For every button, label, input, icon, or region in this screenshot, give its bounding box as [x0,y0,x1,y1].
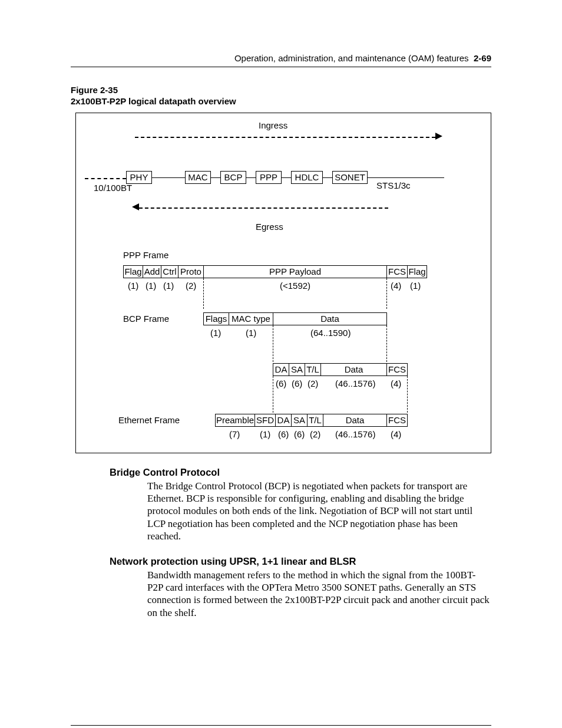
ppp-size-6: (1) [410,281,421,292]
bcp-size-1: (1) [246,328,256,339]
ppp-cell-ctrl: Ctrl [161,265,178,278]
eth-size-6: (4) [391,429,401,440]
heading-network-protection: Network protection using UPSR, 1+1 linea… [110,555,491,568]
mac-cell-sa: SA [289,363,305,376]
figure-diagram: Ingress 10/100BT PHY MAC BCP PPP HDLC SO… [75,113,491,453]
eth-size-4: (2) [310,429,320,440]
mac-cell-tl: T/L [305,363,321,376]
ppp-cell-flag2: Flag [407,265,427,278]
eth-size-1: (1) [260,429,270,440]
chapter-title: Operation, administration, and maintenan… [234,53,469,63]
mac-cell-da: DA [273,363,289,376]
eth-cell-preamble: Preamble [215,414,255,427]
connector [152,177,185,178]
bcp-cell-flags: Flags [203,312,229,325]
ppp-size-4: (<1592) [280,281,310,292]
ingress-arrow-icon [435,133,442,140]
ppp-size-0: (1) [128,281,138,292]
paragraph-network-protection: Bandwidth management refers to the metho… [147,569,491,619]
connector [246,177,256,178]
mac-size-0: (6) [276,378,286,390]
page-number: 2-69 [474,53,491,63]
node-hdlc: HDLC [291,171,323,184]
node-bcp: BCP [220,171,246,184]
node-ppp: PPP [256,171,282,184]
header-rule [71,67,491,67]
guide [386,325,387,362]
ingress-line [135,137,435,138]
eth-cell-tl: T/L [307,414,323,427]
eth-cell-sfd: SFD [254,414,276,427]
eth-size-2: (6) [278,429,289,440]
left-stub-line [85,178,126,179]
ingress-label: Ingress [259,120,287,131]
ppp-cell-flag1: Flag [123,265,143,278]
eth-size-5: (46..1576) [335,429,375,440]
eth-cell-da: DA [275,414,292,427]
ppp-cell-fcs: FCS [386,265,408,278]
eth-cell-fcs: FCS [386,414,408,427]
ppp-cell-proto: Proto [178,265,204,278]
eth-cell-sa: SA [291,414,308,427]
guide [273,376,273,413]
node-phy: PHY [126,171,152,184]
heading-bcp: Bridge Control Protocol [110,466,491,479]
ppp-size-2: (1) [163,281,174,292]
egress-arrow-icon [132,203,139,210]
egress-label: Egress [256,222,283,233]
mac-cell-data: Data [320,363,387,376]
mac-size-4: (4) [391,378,401,390]
mac-size-1: (6) [292,378,302,390]
right-interface-label: STS1/3c [376,180,411,192]
connector [211,177,220,178]
bcp-cell-mactype: MAC type [229,312,273,325]
node-mac: MAC [185,171,211,184]
ppp-size-1: (1) [146,281,156,292]
footer: Planning and Ordering Guide—Part 1 of 2 … [71,725,491,728]
ethernet-frame-label: Ethernet Frame [118,415,180,426]
eth-cell-data: Data [323,414,387,427]
mac-size-3: (46..1576) [335,378,375,390]
bcp-cell-data: Data [273,312,387,325]
running-header: Operation, administration, and maintenan… [71,53,491,64]
paragraph-bcp: The Bridge Control Protocol (BCP) is neg… [147,480,491,542]
figure-number: Figure 2-35 [71,85,491,96]
ppp-size-5: (4) [391,281,401,292]
bcp-size-0: (1) [210,328,221,339]
guide [386,278,387,309]
figure-caption: Figure 2-35 2x100BT-P2P logical datapath… [71,85,491,107]
bcp-size-2: (64..1590) [310,328,351,339]
figure-title: 2x100BT-P2P logical datapath overview [71,96,491,107]
guide [273,325,273,362]
ppp-cell-add: Add [143,265,161,278]
guide [203,278,204,309]
connector [368,177,444,178]
node-sonet: SONET [332,171,368,184]
mac-size-2: (2) [308,378,318,390]
ppp-size-3: (2) [186,281,196,292]
eth-size-3: (6) [294,429,305,440]
ppp-cell-payload: PPP Payload [203,265,387,278]
connector [282,177,291,178]
left-interface-label: 10/100BT [94,183,132,194]
eth-size-0: (7) [229,429,240,440]
guide [407,376,408,413]
connector [323,177,332,178]
egress-line [139,207,388,209]
bcp-frame-label: BCP Frame [123,314,169,325]
mac-cell-fcs: FCS [386,363,408,376]
ppp-frame-label: PPP Frame [123,250,168,261]
